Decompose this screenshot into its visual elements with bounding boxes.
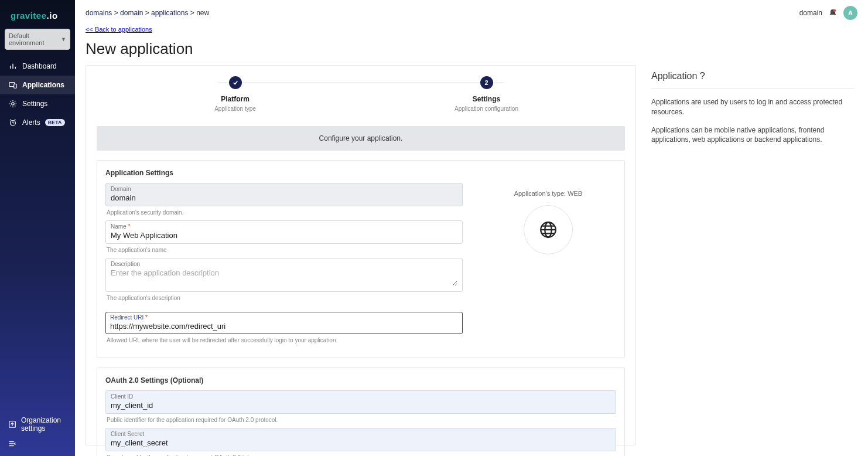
field-label: Client ID <box>111 393 611 400</box>
client-secret-field-wrap: Client Secret <box>105 428 616 451</box>
breadcrumb-domain[interactable]: domain <box>120 9 143 17</box>
svg-rect-4 <box>14 84 16 88</box>
sidebar-item-label: Alerts <box>22 118 40 127</box>
client-id-field-wrap: Client ID <box>105 390 616 414</box>
sidebar-collapse-toggle[interactable] <box>8 436 69 451</box>
description-field-wrap: Description <box>105 258 463 292</box>
app-type-circle <box>524 205 573 254</box>
redirect-uri-help: Allowed URL where the user will be redir… <box>105 335 463 348</box>
logo: gravitee.io <box>0 0 75 29</box>
topbar-domain-label: domain <box>799 9 822 17</box>
field-label: Redirect URI * <box>110 314 458 321</box>
check-icon <box>229 76 242 89</box>
name-field-wrap: Name * <box>105 220 463 244</box>
help-paragraph: Applications can be mobile native applic… <box>651 125 854 145</box>
sidebar-item-label: Applications <box>22 81 64 89</box>
info-banner: Configure your application. <box>97 126 625 151</box>
step-title: Settings <box>473 95 500 103</box>
app-type-label: Application's type: WEB <box>514 190 582 197</box>
sidebar-item-applications[interactable]: Applications <box>0 76 75 94</box>
export-icon <box>8 420 16 428</box>
bar-chart-icon <box>8 62 18 71</box>
domain-field-wrap: Domain <box>105 183 463 206</box>
help-panel: Application ? Applications are used by u… <box>648 65 857 445</box>
breadcrumb-applications[interactable]: applications <box>151 9 188 17</box>
domain-input <box>111 192 457 202</box>
org-settings-label: Organization settings <box>21 416 69 433</box>
environment-selector[interactable]: Default environment ▼ <box>5 29 70 50</box>
svg-line-9 <box>11 120 12 121</box>
step-subtitle: Application type <box>214 106 256 112</box>
avatar[interactable]: A <box>843 6 857 20</box>
step-settings[interactable]: 2 Settings Application configuration <box>411 76 563 112</box>
sidebar: gravitee.io Default environment ▼ Dashbo… <box>0 0 75 456</box>
svg-point-15 <box>833 9 836 12</box>
svg-point-5 <box>12 103 14 105</box>
breadcrumb-domains[interactable]: domains <box>86 9 112 17</box>
step-title: Platform <box>221 95 250 103</box>
sidebar-item-label: Dashboard <box>22 62 57 70</box>
sidebar-item-dashboard[interactable]: Dashboard <box>0 57 75 76</box>
name-help: The application's name <box>105 245 463 258</box>
redirect-uri-field-wrap: Redirect URI * <box>105 312 463 334</box>
block-title: OAuth 2.0 Settings (Optional) <box>105 376 616 384</box>
client-id-help: Public identifier for the application re… <box>105 415 616 428</box>
devices-icon <box>8 80 18 90</box>
page-title: New application <box>75 40 868 65</box>
breadcrumb: domains > domain > applications > new <box>86 9 209 17</box>
field-label: Name * <box>111 223 457 230</box>
breadcrumb-current: new <box>196 9 209 17</box>
step-number: 2 <box>480 76 493 89</box>
client-id-input[interactable] <box>111 400 611 410</box>
avatar-initial: A <box>848 9 853 16</box>
svg-line-10 <box>15 120 16 121</box>
oauth-settings-block: OAuth 2.0 Settings (Optional) Client ID … <box>97 367 625 456</box>
beta-badge: BETA <box>45 119 65 126</box>
redirect-uri-input[interactable] <box>110 321 458 331</box>
domain-help: Application's security domain. <box>105 207 463 220</box>
back-to-applications-link[interactable]: << Back to applications <box>86 26 152 33</box>
app-settings-block: Application Settings Domain Application'… <box>97 160 625 358</box>
sidebar-nav: Dashboard Applications Settings Alerts <box>0 57 75 132</box>
client-secret-input[interactable] <box>111 437 611 447</box>
field-label: Domain <box>111 186 457 192</box>
gear-icon <box>8 99 18 108</box>
globe-icon <box>538 220 558 240</box>
field-label: Client Secret <box>111 431 611 437</box>
name-input[interactable] <box>111 230 457 240</box>
sidebar-item-label: Settings <box>22 100 47 108</box>
bell-icon[interactable] <box>828 8 838 18</box>
step-subtitle: Application configuration <box>454 106 518 112</box>
help-title: Application ? <box>651 71 854 89</box>
block-title: Application Settings <box>105 169 616 177</box>
description-help: The application's description <box>105 293 463 306</box>
help-paragraph: Applications are used by users to log in… <box>651 97 854 117</box>
sidebar-item-org-settings[interactable]: Organization settings <box>8 413 69 436</box>
form-card: Platform Application type 2 Settings App… <box>86 65 636 445</box>
alarm-icon <box>8 118 18 127</box>
sidebar-item-alerts[interactable]: Alerts BETA <box>0 113 75 132</box>
chevron-down-icon: ▼ <box>61 36 66 42</box>
description-input[interactable] <box>111 267 457 286</box>
step-platform[interactable]: Platform Application type <box>159 76 312 112</box>
stepper: Platform Application type 2 Settings App… <box>86 76 635 126</box>
collapse-icon <box>8 440 16 448</box>
field-label: Description <box>111 261 457 267</box>
client-secret-help: Secret used by the application to reques… <box>105 452 616 456</box>
environment-label: Default environment <box>9 32 61 46</box>
sidebar-item-settings[interactable]: Settings <box>0 94 75 113</box>
